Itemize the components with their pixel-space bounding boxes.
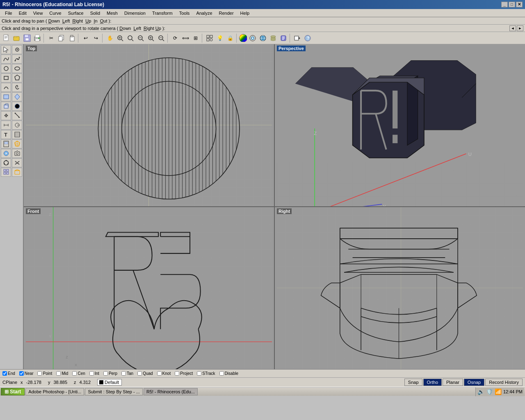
layer-button[interactable] (268, 33, 278, 43)
menu-edit[interactable]: Edit (16, 10, 30, 16)
snap-cen[interactable]: Cen (72, 371, 85, 376)
layer-box[interactable]: Default (97, 379, 122, 386)
window-controls[interactable]: _ □ ✕ (501, 2, 523, 7)
snap-end[interactable]: End (2, 371, 15, 376)
zoom-extents[interactable] (136, 33, 146, 43)
osnap-panel[interactable] (1, 158, 11, 167)
taskbar-item-submit[interactable]: Submit : Step By Step - ... (85, 388, 143, 395)
camera-tool[interactable] (12, 149, 22, 158)
snap-strack[interactable]: STrack (197, 371, 215, 376)
solid-box[interactable] (1, 102, 11, 111)
snap-quad[interactable]: Quad (137, 371, 153, 376)
hatch-tool[interactable] (12, 130, 22, 139)
dim-radial[interactable] (12, 121, 22, 130)
transform-scale[interactable] (12, 111, 22, 120)
mesh-tool[interactable] (12, 92, 22, 101)
pan-button[interactable]: ✋ (105, 33, 115, 43)
spiral-tool[interactable] (12, 83, 22, 92)
snap-mid-checkbox[interactable] (56, 371, 61, 376)
zoom-out[interactable] (156, 33, 166, 43)
scroll-right[interactable]: ► (517, 25, 523, 31)
snap-quad-checkbox[interactable] (137, 371, 142, 376)
minimize-button[interactable]: _ (501, 2, 508, 7)
snap-int[interactable]: Int (89, 371, 99, 376)
menu-analyze[interactable]: Analyze (193, 10, 215, 16)
zoom-in[interactable] (146, 33, 156, 43)
ellipse-tool[interactable] (12, 64, 22, 73)
menu-view[interactable]: View (30, 10, 46, 16)
viewport-top[interactable]: Top (24, 44, 274, 206)
snap-strack-checkbox[interactable] (197, 371, 201, 376)
menu-render[interactable]: Render (216, 10, 237, 16)
menu-help[interactable]: Help (237, 10, 253, 16)
snap-end-checkbox[interactable] (2, 371, 7, 376)
arc-tool[interactable] (1, 83, 11, 92)
curve-tool[interactable] (1, 55, 11, 64)
lock-button[interactable]: 🔒 (225, 33, 235, 43)
snap-int-checkbox[interactable] (89, 371, 94, 376)
planar-button[interactable]: Planar (443, 379, 463, 386)
menu-solid[interactable]: Solid (87, 10, 103, 16)
taskbar-item-rhino[interactable]: R5! - Rhinoceros (Edu... (144, 388, 198, 395)
menu-mesh[interactable]: Mesh (103, 10, 121, 16)
snap-near[interactable]: Near (19, 371, 34, 376)
grid-display[interactable] (1, 168, 11, 177)
snap-disable[interactable]: Disable (219, 371, 238, 376)
snap-disable-checkbox[interactable] (219, 371, 224, 376)
scroll-left[interactable]: ◄ (509, 25, 516, 31)
light-button[interactable]: 💡 (215, 33, 225, 43)
record-button[interactable] (292, 33, 302, 43)
properties-button[interactable] (278, 33, 288, 43)
vp-top-content[interactable]: U X U X (24, 44, 274, 206)
snap-tan[interactable]: Tan (121, 371, 133, 376)
dim-linear[interactable] (1, 121, 11, 130)
close-button[interactable]: ✕ (516, 2, 523, 7)
help-button[interactable]: ? (303, 33, 313, 43)
snap-project[interactable]: Project (175, 371, 193, 376)
zoom-window[interactable] (115, 33, 125, 43)
analyze-tool[interactable] (1, 149, 11, 158)
new-button[interactable] (2, 33, 11, 43)
snap-point[interactable]: Point (37, 371, 52, 376)
undo-button[interactable]: ↩ (81, 33, 91, 43)
transform-move[interactable]: ✥ (1, 111, 11, 120)
text-tool[interactable]: T (1, 130, 11, 139)
snap-toggle[interactable] (205, 33, 215, 43)
snap-knot[interactable]: Knot (157, 371, 171, 376)
osnap-button[interactable]: Osnap (464, 379, 484, 386)
mirror-button[interactable]: ⟺ (180, 33, 190, 43)
snap-knot-checkbox[interactable] (157, 371, 162, 376)
menu-tools[interactable]: Tools (176, 10, 193, 16)
snap-mid[interactable]: Mid (56, 371, 68, 376)
circle-tool[interactable] (1, 64, 11, 73)
point-tool[interactable] (12, 45, 22, 54)
snap-point-checkbox[interactable] (37, 371, 42, 376)
print-button[interactable] (32, 33, 42, 43)
open-button[interactable] (12, 33, 22, 43)
copy-button[interactable] (57, 33, 66, 43)
vp-perspective-content[interactable]: Z U Y (275, 44, 525, 206)
zoom-selected[interactable] (126, 33, 135, 43)
scroll-arrows[interactable]: ◄ ► (509, 25, 523, 31)
save-button[interactable] (22, 33, 32, 43)
vp-front-content[interactable]: Z Y Z (24, 207, 274, 369)
snap-perp-checkbox[interactable] (103, 371, 108, 376)
menu-surface[interactable]: Surface (65, 10, 87, 16)
menu-transform[interactable]: Transform (149, 10, 176, 16)
menu-dimension[interactable]: Dimension (121, 10, 149, 16)
ortho-button[interactable]: Ortho (423, 379, 442, 386)
select-tool[interactable] (1, 45, 11, 54)
snap-cen-checkbox[interactable] (72, 371, 77, 376)
snap-project-checkbox[interactable] (175, 371, 179, 376)
twist-tool[interactable] (12, 158, 22, 167)
surface-tool[interactable] (1, 92, 11, 101)
menu-file[interactable]: File (2, 10, 16, 16)
taskbar-item-photoshop[interactable]: Adobe Photoshop - [Unti... (25, 388, 84, 395)
cut-button[interactable]: ✂ (46, 33, 56, 43)
snap-perp[interactable]: Perp (103, 371, 117, 376)
viewport-front[interactable]: Front Z Y (24, 207, 274, 369)
viewport-right[interactable]: Right Z Y (275, 207, 525, 369)
menu-curve[interactable]: Curve (46, 10, 64, 16)
layout-tool[interactable] (1, 139, 11, 148)
polygon-tool[interactable] (12, 73, 22, 82)
